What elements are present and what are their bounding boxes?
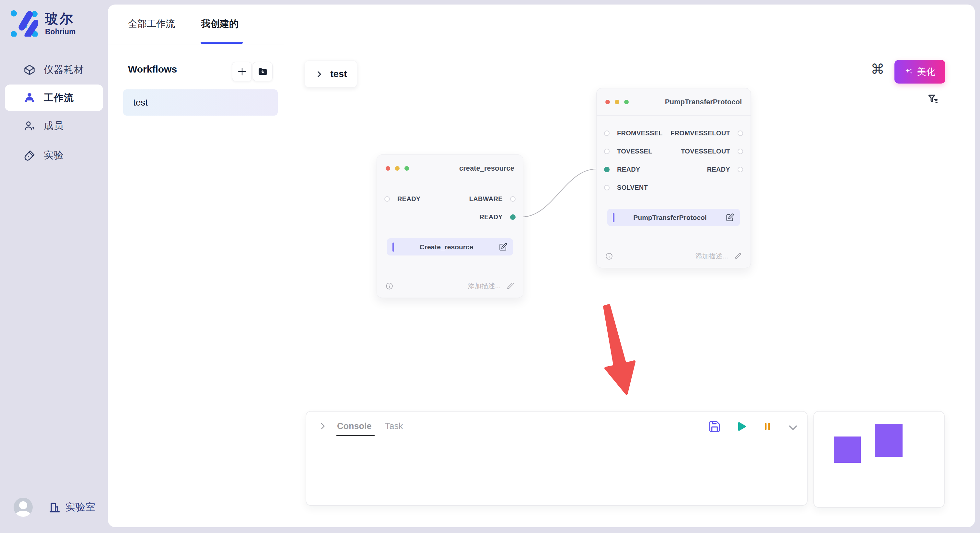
tab-all-workflows[interactable]: 全部工作流 [128,17,175,30]
output-port-labware[interactable]: LABWARE [469,195,515,203]
port-label: READY [397,195,421,203]
port-circle-connected[interactable] [510,214,515,220]
pause-icon[interactable] [761,420,774,433]
expand-chevron-icon[interactable] [318,421,328,431]
traffic-dot-yellow [395,166,399,171]
port-circle[interactable] [738,130,743,136]
input-port-ready[interactable]: READY [604,166,640,173]
info-icon[interactable] [605,252,613,260]
breadcrumb-label: test [330,69,347,79]
console-tab-underline [336,435,375,436]
members-icon [23,119,36,132]
port-circle[interactable] [738,167,743,172]
pencil-icon[interactable] [734,252,742,260]
test-tube-icon [23,149,36,162]
sidebar-item-label: 仪器耗材 [44,63,84,76]
port-label: SOLVENT [617,184,648,191]
input-port-ready[interactable]: READY [384,195,421,203]
description-placeholder[interactable]: 添加描述... [695,252,728,261]
node-title: PumpTransferProtocol [665,98,742,106]
bohrium-logo-icon [10,9,38,36]
user-avatar[interactable] [14,498,33,517]
edit-icon[interactable] [725,213,734,222]
add-workflow-button[interactable] [232,62,252,81]
node-action-pump-transfer[interactable]: PumpTransferProtocol [607,209,740,226]
input-port-solvent[interactable]: SOLVENT [604,184,648,191]
description-placeholder[interactable]: 添加描述... [468,281,501,290]
port-row: READY READY [597,165,751,173]
sidebar-item-label: 实验 [44,149,64,162]
brand-logo[interactable]: 玻尔 Bohrium [10,9,76,36]
node-title: create_resource [459,164,514,173]
beautify-label: 美化 [917,66,936,78]
chevron-down-icon[interactable] [786,421,800,434]
sidebar-item-members[interactable]: 成员 [0,111,108,141]
port-circle[interactable] [510,196,515,202]
sidebar-item-instruments[interactable]: 仪器耗材 [0,55,108,84]
workflow-canvas[interactable]: test create_resource READY LABWARE [283,44,975,527]
minimap-node-pump-transfer [875,424,902,457]
import-folder-button[interactable] [253,62,272,81]
traffic-dot-red [386,166,390,171]
port-circle[interactable] [738,149,743,154]
brand-name-zh: 玻尔 [45,11,76,26]
run-play-icon[interactable] [735,420,748,433]
node-action-label: PumpTransferProtocol [614,214,725,222]
traffic-dots [386,166,409,171]
tab-task[interactable]: Task [385,421,403,431]
port-label: FROMVESSELOUT [670,130,730,137]
output-port-ready[interactable]: READY [479,213,515,221]
node-create-resource[interactable]: create_resource READY LABWARE READY [377,154,523,298]
input-port-fromvessel[interactable]: FROMVESSEL [604,130,663,137]
sidebar-item-experiments[interactable]: 实验 [0,141,108,170]
brand-text: 玻尔 Bohrium [45,9,76,36]
port-circle-connected[interactable] [604,167,609,172]
info-icon[interactable] [385,282,393,290]
cube-icon [23,63,36,76]
port-row: FROMVESSEL FROMVESSELOUT [597,129,751,137]
traffic-dot-red [605,100,610,104]
port-circle[interactable] [604,130,609,136]
workflow-person-icon [23,91,36,104]
output-port-ready[interactable]: READY [707,166,743,173]
traffic-dots [605,100,629,104]
traffic-dot-green [624,100,629,104]
port-label: READY [617,166,640,173]
output-port-tovesselout[interactable]: TOVESSELOUT [681,148,743,155]
command-palette-icon[interactable]: ⌘ [871,62,885,76]
tab-my-created[interactable]: 我创建的 [201,17,239,30]
brand-name-en: Bohrium [45,27,76,36]
sidebar-nav: 仪器耗材 工作流 成员 [0,55,108,170]
bohrium-workflow-app: { "brand": {"zh": "玻尔", "en": "Bohrium"}… [0,0,980,533]
pencil-icon[interactable] [506,282,515,290]
input-port-tovessel[interactable]: TOVESSEL [604,148,652,155]
edit-icon[interactable] [499,243,508,251]
workflow-tabbar: 全部工作流 我创建的 [108,5,975,44]
workflow-list-item-test[interactable]: test [123,89,278,116]
lab-label: 实验室 [65,501,95,514]
output-port-fromvesselout[interactable]: FROMVESSELOUT [670,130,743,137]
save-icon[interactable] [708,420,721,433]
port-circle[interactable] [604,149,609,154]
node-header: create_resource [377,155,523,182]
sidebar-item-label: 工作流 [44,91,74,105]
filter-icon[interactable] [926,93,939,106]
lab-switcher[interactable]: 实验室 [48,501,95,514]
node-pump-transfer-protocol[interactable]: PumpTransferProtocol FROMVESSEL FROMVESS… [596,88,751,268]
canvas-breadcrumb-test[interactable]: test [305,60,357,87]
sidebar-footer: 实验室 [14,498,95,517]
port-label: FROMVESSEL [617,130,663,137]
chevron-right-icon [315,70,324,79]
port-label: TOVESSEL [617,148,652,155]
sidebar-item-workflows[interactable]: 工作流 [5,84,103,111]
traffic-dot-yellow [615,100,619,104]
port-circle[interactable] [384,196,390,202]
plus-icon [237,67,247,77]
beautify-button[interactable]: 美化 [894,60,945,84]
tab-console[interactable]: Console [337,421,372,431]
port-row: TOVESSEL TOVESSELOUT [597,148,751,155]
port-circle[interactable] [604,185,609,190]
port-label: READY [479,213,503,221]
node-action-create-resource[interactable]: Create_resource [387,238,513,255]
minimap[interactable] [813,411,945,508]
